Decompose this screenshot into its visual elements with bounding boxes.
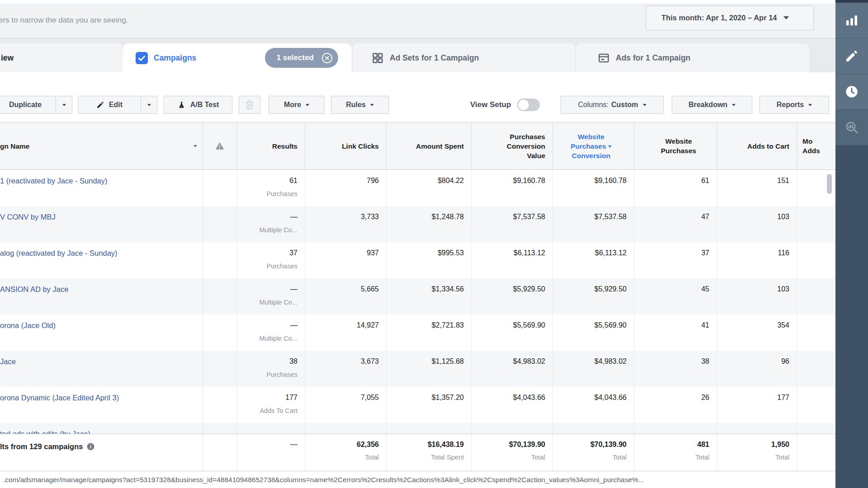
chevron-down-icon bbox=[783, 16, 789, 19]
vertical-scrollbar-thumb[interactable] bbox=[827, 174, 832, 194]
breakdown-button[interactable]: Breakdown bbox=[672, 96, 752, 114]
table-row[interactable]: alog (reactivated by Jace - Sunday)37Pur… bbox=[0, 242, 835, 278]
campaign-name-cell: alog (reactivated by Jace - Sunday) bbox=[0, 242, 203, 278]
adds-to-cart-cell: 116 bbox=[717, 242, 797, 278]
ads-manager-app: ers to narrow the data you are seeing. T… bbox=[0, 0, 868, 488]
view-setup-label: View Setup bbox=[470, 100, 511, 109]
performance-charts-button[interactable] bbox=[835, 3, 868, 38]
edit-dropdown-button[interactable] bbox=[141, 96, 157, 114]
partial-cell bbox=[797, 278, 835, 314]
column-header-purchases-conversion-value[interactable]: Purchases Conversion Value bbox=[472, 122, 553, 169]
totals-label: lts from 129 campaigns bbox=[0, 442, 83, 451]
website-purchases-conversion-cell bbox=[553, 423, 634, 434]
search-chart-icon bbox=[844, 120, 859, 135]
totals-row: lts from 129 campaigns — 62,356Total $16… bbox=[0, 434, 835, 471]
tab-overview-label: iew bbox=[1, 53, 14, 63]
adds-to-cart-cell: 96 bbox=[717, 351, 797, 387]
warning-cell bbox=[203, 314, 237, 351]
table-row[interactable]: Jace38Purchases3,673$1,125.68$4,983.02$4… bbox=[0, 351, 835, 387]
rules-button[interactable]: Rules bbox=[331, 96, 389, 114]
column-header-partial[interactable]: Mo Adds bbox=[797, 122, 835, 169]
inspect-button[interactable] bbox=[835, 110, 868, 145]
table-row[interactable]: ted ads with edits (by Jace) bbox=[0, 423, 835, 434]
column-header-amount-spent[interactable]: Amount Spent bbox=[387, 122, 472, 169]
date-range-label: This month: Apr 1, 2020 – Apr 14 bbox=[661, 14, 777, 22]
tab-ad-sets[interactable]: Ad Sets for 1 Campaign bbox=[353, 43, 575, 72]
close-icon[interactable] bbox=[321, 52, 333, 64]
warning-cell bbox=[203, 278, 237, 314]
adds-to-cart-cell: 103 bbox=[717, 278, 797, 314]
link-clicks-cell: 937 bbox=[305, 242, 387, 278]
campaign-name-link[interactable]: ANSION AD by Jace bbox=[0, 285, 68, 293]
warning-icon bbox=[215, 141, 225, 151]
website-purchases-conversion-cell: $9,160.78 bbox=[553, 170, 634, 206]
purchases-conversion-value-cell: $4,983.02 bbox=[472, 351, 553, 387]
status-url: .com/adsmanager/manage/campaigns?act=531… bbox=[3, 476, 644, 484]
link-clicks-cell: 14,927 bbox=[305, 314, 387, 351]
chevron-down-icon bbox=[370, 104, 374, 106]
campaign-name-link[interactable]: alog (reactivated by Jace - Sunday) bbox=[0, 249, 118, 257]
columns-prefix-label: Columns: bbox=[578, 101, 609, 109]
column-header-adds-to-cart[interactable]: Adds to Cart bbox=[717, 122, 797, 169]
reports-button[interactable]: Reports bbox=[760, 96, 829, 114]
campaign-name-link[interactable]: Jace bbox=[0, 357, 16, 366]
grid-icon bbox=[372, 52, 384, 64]
tab-ads[interactable]: Ads for 1 Campaign bbox=[576, 43, 809, 72]
campaign-name-link[interactable]: orona (Jace Old) bbox=[0, 321, 56, 329]
column-header-link-clicks[interactable]: Link Clicks bbox=[305, 122, 387, 169]
table-row[interactable]: orona (Jace Old)—Multiple Co...14,927$2,… bbox=[0, 314, 835, 351]
totals-link-clicks: 62,356Total bbox=[305, 434, 387, 471]
results-cell: —Multiple Co... bbox=[237, 278, 305, 314]
partial-cell bbox=[797, 351, 835, 387]
filter-hint-text: ers to narrow the data you are seeing. bbox=[0, 16, 128, 25]
duplicate-dropdown-button[interactable] bbox=[56, 96, 72, 114]
campaign-name-link[interactable]: ted ads with edits (by Jace) bbox=[0, 430, 90, 434]
campaign-name-link[interactable]: V CONV by MBJ bbox=[0, 213, 56, 221]
browser-status-bar: .com/adsmanager/manage/campaigns?act=531… bbox=[0, 471, 840, 488]
totals-label-cell: lts from 129 campaigns bbox=[0, 434, 203, 471]
selected-count-pill[interactable]: 1 selected bbox=[265, 48, 338, 68]
tab-campaigns[interactable]: Campaigns 1 selected bbox=[123, 43, 352, 72]
purchases-conversion-value-cell: $5,569.90 bbox=[472, 314, 553, 351]
tab-account-overview[interactable]: iew bbox=[0, 43, 123, 72]
duplicate-button[interactable]: Duplicate bbox=[0, 96, 56, 114]
bar-chart-icon bbox=[844, 13, 859, 28]
table-row[interactable]: orona Dynamic (Jace Edited April 3)177Ad… bbox=[0, 387, 835, 423]
columns-button[interactable]: Columns: Custom bbox=[561, 96, 664, 114]
clipboard-button[interactable] bbox=[239, 96, 260, 114]
campaign-name-link[interactable]: orona Dynamic (Jace Edited April 3) bbox=[0, 394, 119, 402]
ab-test-button[interactable]: A/B Test bbox=[164, 96, 232, 114]
column-header-results[interactable]: Results bbox=[237, 122, 305, 169]
history-button[interactable] bbox=[835, 74, 868, 110]
column-header-delivery-warning[interactable] bbox=[203, 122, 237, 169]
campaign-name-link[interactable]: 1 (reactivated by Jace - Sunday) bbox=[0, 177, 108, 185]
campaign-name-header-label: gn Name bbox=[0, 141, 29, 151]
reports-label: Reports bbox=[777, 101, 804, 109]
edit-button[interactable]: Edit bbox=[78, 96, 141, 114]
edit-panel-button[interactable] bbox=[835, 38, 868, 74]
view-setup-toggle[interactable] bbox=[517, 99, 540, 111]
table-row[interactable]: V CONV by MBJ—Multiple Co...3,733$1,248.… bbox=[0, 206, 835, 242]
adds-to-cart-cell bbox=[717, 423, 797, 434]
website-purchases-cell: 26 bbox=[634, 387, 717, 423]
column-header-website-purchases[interactable]: Website Purchases bbox=[634, 122, 717, 169]
pencil-icon bbox=[96, 101, 104, 109]
more-label: More bbox=[284, 101, 301, 109]
purchases-conversion-value-cell bbox=[472, 423, 553, 434]
column-header-website-purchases-conversion[interactable]: Website Purchases Conversion bbox=[553, 122, 634, 169]
chevron-down-icon bbox=[808, 104, 812, 106]
chevron-down-icon bbox=[306, 104, 309, 106]
tab-ads-label: Ads for 1 Campaign bbox=[616, 53, 690, 63]
table-row[interactable]: ANSION AD by Jace—Multiple Co...5,665$1,… bbox=[0, 278, 835, 314]
date-range-button[interactable]: This month: Apr 1, 2020 – Apr 14 bbox=[646, 5, 814, 30]
sort-caret-icon[interactable] bbox=[193, 145, 197, 147]
adds-to-cart-cell: 177 bbox=[717, 387, 797, 423]
info-icon[interactable] bbox=[86, 442, 95, 451]
warning-cell bbox=[203, 170, 237, 206]
warning-cell bbox=[203, 242, 237, 278]
table-row[interactable]: 1 (reactivated by Jace - Sunday)61Purcha… bbox=[0, 170, 835, 206]
more-button[interactable]: More bbox=[269, 96, 325, 114]
adds-to-cart-cell: 103 bbox=[717, 206, 797, 242]
column-header-campaign-name[interactable]: gn Name bbox=[0, 122, 203, 169]
link-clicks-cell: 3,733 bbox=[305, 206, 387, 242]
